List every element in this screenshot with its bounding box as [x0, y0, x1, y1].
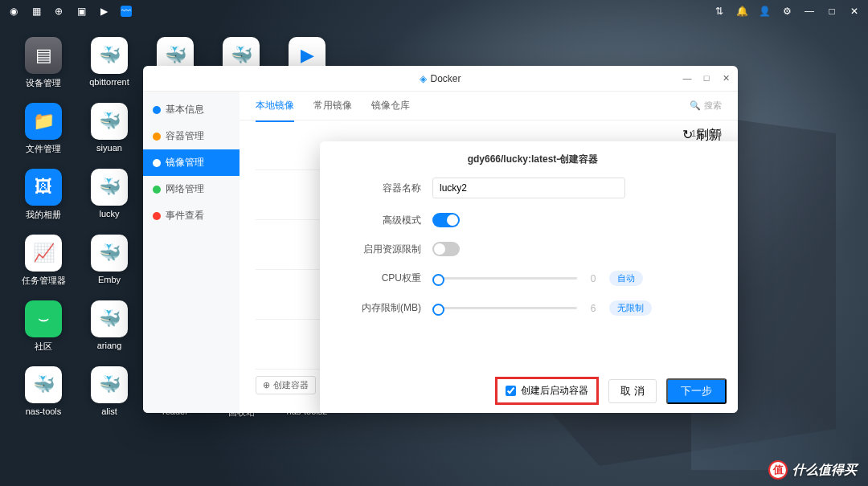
image-size: 15.1MB — [691, 129, 722, 138]
search-input[interactable]: 🔍搜索 — [690, 100, 722, 112]
sidebar-item-镜像管理[interactable]: 镜像管理 — [143, 149, 240, 176]
app-icon: 🐳 — [91, 169, 128, 206]
live-icon[interactable]: ▶ — [98, 6, 109, 17]
watermark-badge-icon: 值 — [768, 460, 788, 480]
advanced-label: 高级模式 — [360, 214, 432, 227]
resource-limit-label: 启用资源限制 — [360, 243, 432, 256]
docker-tabs: 本地镜像常用镜像镜像仓库🔍搜索 — [240, 92, 738, 120]
sidebar-item-基本信息[interactable]: 基本信息 — [143, 96, 240, 123]
desktop-icon-设备管理[interactable]: ▤设备管理 — [12, 32, 75, 98]
bell-icon[interactable]: 🔔 — [736, 6, 747, 17]
desktop-icon-alist[interactable]: 🐳alist — [78, 361, 141, 427]
sidebar-item-事件查看[interactable]: 事件查看 — [143, 202, 240, 229]
app-icon: 📈 — [25, 235, 62, 272]
container-name-input[interactable] — [432, 178, 625, 198]
desktop-icon-任务管理器[interactable]: 📈任务管理器 — [12, 230, 75, 296]
maximize-icon[interactable]: □ — [701, 73, 712, 84]
app-label: lucky — [99, 209, 119, 218]
next-button[interactable]: 下一步 — [666, 378, 727, 404]
watermark-text: 什么值得买 — [792, 462, 857, 479]
desktop-icon-文件管理[interactable]: 📁文件管理 — [12, 98, 75, 164]
gear-icon[interactable]: ⚙ — [781, 6, 792, 17]
app-label: nas-tools — [26, 406, 62, 416]
app-icon: 🐳 — [91, 235, 128, 272]
maximize-icon[interactable]: □ — [826, 6, 837, 17]
topbar: ◉▦⊕▣▶〰 ⇅🔔👤⚙—□✕ — [0, 0, 868, 22]
desktop-icon-我的相册[interactable]: 🖼我的相册 — [12, 164, 75, 230]
dot-icon — [153, 159, 161, 167]
desktop-icon-社区[interactable]: ⌣社区 — [12, 296, 75, 361]
app-icon: 🖼 — [25, 169, 62, 206]
watermark: 值 什么值得买 — [768, 460, 857, 480]
start-after-create-checkbox[interactable]: 创建后启动容器 — [495, 377, 599, 405]
cpu-slider[interactable] — [432, 277, 577, 280]
cpu-value: 0 — [577, 273, 609, 284]
mem-unlimited-button[interactable]: 无限制 — [609, 300, 652, 316]
sidebar-item-容器管理[interactable]: 容器管理 — [143, 123, 240, 149]
cpu-auto-button[interactable]: 自动 — [609, 271, 643, 286]
grid-icon[interactable]: ▦ — [31, 6, 42, 17]
desktop-icon-Emby[interactable]: 🐳Emby — [78, 230, 141, 296]
app-icon: 🐳 — [91, 300, 128, 337]
app-label: siyuan — [96, 143, 122, 153]
modal-title: gdy666/lucky:latest-创建容器 — [320, 141, 738, 178]
app-icon: ▤ — [25, 37, 62, 74]
desktop-icon-lucky[interactable]: 🐳lucky — [78, 164, 141, 230]
app-label: qbittorrent — [89, 77, 129, 87]
docker-sidebar: 基本信息容器管理镜像管理网络管理事件查看 — [143, 92, 240, 413]
window-titlebar: ◈ Docker — □ ✕ — [143, 66, 738, 92]
close-icon[interactable]: ✕ — [849, 6, 860, 17]
dot-icon — [153, 186, 161, 194]
app-icon: 🐳 — [91, 103, 128, 140]
tab-常用镜像[interactable]: 常用镜像 — [313, 91, 352, 120]
globe-icon[interactable]: ⊕ — [53, 6, 64, 17]
window-title: Docker — [430, 73, 461, 84]
tab-本地镜像[interactable]: 本地镜像 — [256, 91, 294, 122]
mem-value: 6 — [577, 303, 609, 314]
app-icon: ⌣ — [25, 300, 62, 337]
app-label: 任务管理器 — [22, 275, 66, 287]
camera-icon[interactable]: ◉ — [8, 6, 19, 17]
app-label: alist — [101, 406, 117, 416]
desktop-icon-qbittorrent[interactable]: 🐳qbittorrent — [78, 32, 141, 98]
mem-label: 内存限制(MB) — [360, 301, 432, 315]
action-icon: ⊕ — [263, 380, 270, 390]
dot-icon — [153, 106, 161, 114]
wave-icon[interactable]: 〰 — [121, 6, 132, 17]
mem-slider[interactable] — [432, 307, 577, 309]
close-icon[interactable]: ✕ — [720, 73, 731, 84]
app-icon: 📁 — [25, 103, 62, 140]
create-container-modal: gdy666/lucky:latest-创建容器 容器名称 高级模式 启用资源限… — [320, 141, 738, 413]
docker-window: ◈ Docker — □ ✕ 基本信息容器管理镜像管理网络管理事件查看 本地镜像… — [143, 66, 738, 413]
minimize-icon[interactable]: — — [804, 6, 815, 17]
sidebar-item-网络管理[interactable]: 网络管理 — [143, 176, 240, 202]
cancel-button[interactable]: 取 消 — [608, 379, 657, 403]
app-label: 我的相册 — [26, 209, 61, 221]
desktop-icon-ariang[interactable]: 🐳ariang — [78, 296, 141, 361]
transfer-icon[interactable]: ⇅ — [714, 6, 725, 17]
app-label: 社区 — [35, 341, 52, 353]
tv-icon[interactable]: ▣ — [76, 6, 87, 17]
dot-icon — [153, 212, 161, 220]
app-icon: 🐳 — [25, 366, 62, 403]
tab-镜像仓库[interactable]: 镜像仓库 — [371, 91, 410, 120]
docker-main: 本地镜像常用镜像镜像仓库🔍搜索 ↻ 刷新 15.1MB2023-09-22 19… — [240, 92, 738, 413]
search-icon: 🔍 — [690, 100, 701, 111]
dot-icon — [153, 133, 161, 141]
app-label: ariang — [97, 341, 122, 350]
name-label: 容器名称 — [360, 182, 432, 195]
resource-limit-toggle[interactable] — [432, 242, 460, 256]
app-icon: 🐳 — [91, 37, 128, 74]
desktop-icon-nas-tools[interactable]: 🐳nas-tools — [12, 361, 75, 427]
docker-icon: ◈ — [420, 73, 427, 84]
action-创建容器[interactable]: ⊕创建容器 — [256, 376, 316, 394]
advanced-toggle[interactable] — [432, 213, 460, 227]
app-label: 设备管理 — [26, 77, 61, 89]
desktop-icon-siyuan[interactable]: 🐳siyuan — [78, 98, 141, 164]
app-label: Emby — [98, 275, 121, 284]
user-icon[interactable]: 👤 — [759, 6, 770, 17]
minimize-icon[interactable]: — — [682, 73, 693, 84]
start-checkbox-input[interactable] — [506, 386, 516, 396]
app-icon: 🐳 — [91, 366, 128, 403]
cpu-label: CPU权重 — [360, 272, 432, 285]
